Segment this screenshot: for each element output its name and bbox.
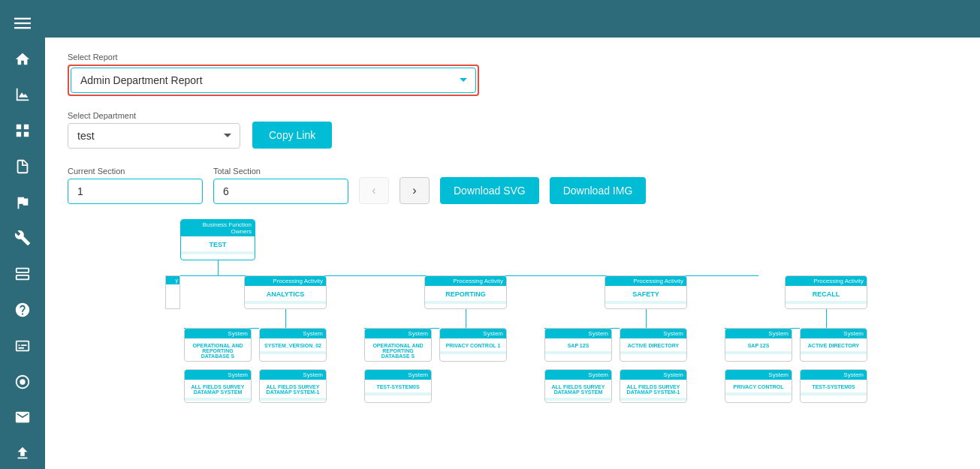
conn-pa2-sys	[466, 309, 466, 328]
current-section-label: Current Section	[68, 167, 203, 176]
sys2-6-title: PRIVACY CONTROL	[725, 380, 792, 392]
sys2-1-header: System	[185, 370, 251, 380]
sys2-7-title: TEST-SYSTEM0S	[801, 380, 867, 392]
pa-reporting-footer	[425, 301, 506, 304]
sys2-1-footer	[185, 398, 251, 401]
tools-icon[interactable]	[4, 223, 41, 254]
dept-copy-row: Select Department test Copy Link	[68, 111, 957, 149]
next-button[interactable]: ›	[400, 177, 430, 204]
mail-icon[interactable]	[4, 401, 41, 433]
sidebar	[0, 0, 45, 469]
sys2-card-2: System ALL FIELDS SURVEY DATAMAP SYSTEM-…	[259, 369, 327, 403]
sys2-card-6: System PRIVACY CONTROL	[725, 369, 792, 403]
flag-icon[interactable]	[4, 187, 41, 218]
sys-card-3: System OPERATIONAL AND REPORTING DATABAS…	[364, 328, 432, 362]
sys2-3-title: TEST-SYSTEM0S	[365, 380, 431, 392]
current-section-input[interactable]	[68, 179, 203, 204]
pa-safety-footer	[605, 301, 686, 304]
dept-dropdown[interactable]: test	[68, 123, 240, 149]
select-report-label: Select Report	[68, 53, 957, 62]
pa-card-safety: Processing Activity SAFETY	[605, 275, 687, 309]
copy-link-button[interactable]: Copy Link	[252, 122, 332, 149]
sys4-header: System	[440, 329, 506, 338]
total-section-input[interactable]	[213, 179, 348, 204]
sys6-title: ACTIVE DIRECTORY	[620, 338, 686, 351]
help-icon[interactable]	[4, 294, 41, 326]
pa-safety-header: Processing Activity	[605, 276, 686, 286]
sys8-title: ACTIVE DIRECTORY	[801, 338, 867, 351]
section-nav: Current Section Total Section ‹ › Downlo…	[68, 167, 957, 204]
sys-card-6: System ACTIVE DIRECTORY	[620, 328, 687, 362]
sys1-title: OPERATIONAL AND REPORTING DATABASE S	[185, 338, 251, 362]
sys7-footer	[725, 351, 792, 354]
sys6-header: System	[620, 329, 686, 338]
total-section-label: Total Section	[213, 167, 348, 176]
home-icon[interactable]	[4, 44, 41, 75]
sys2-card-1: System ALL FIELDS SURVEY DATAMAP SYSTEM	[184, 369, 252, 403]
sys-card-8: System ACTIVE DIRECTORY	[800, 328, 867, 362]
download-img-button[interactable]: Download IMG	[550, 177, 647, 204]
bfo-card-header: Business Function Owners	[181, 220, 255, 236]
grid-icon[interactable]	[4, 115, 41, 146]
left-partial-card: y	[165, 275, 180, 309]
diagram-inner: Business Function Owners TEST y Processi…	[68, 219, 894, 399]
pa-reporting-title: REPORTING	[425, 286, 506, 301]
chart-icon[interactable]	[4, 80, 41, 111]
news-icon[interactable]	[4, 330, 41, 362]
connector-v1	[218, 260, 219, 275]
sys1-header: System	[185, 329, 251, 338]
download-svg-button[interactable]: Download SVG	[440, 177, 539, 204]
prev-button[interactable]: ‹	[359, 177, 389, 204]
select-report-dropdown[interactable]: Admin Department Report	[71, 68, 476, 93]
pa-card-analytics: Processing Activity ANALYTICS	[244, 275, 327, 309]
document-icon[interactable]	[4, 151, 41, 182]
server-icon[interactable]	[4, 258, 41, 290]
sys2-6-header: System	[725, 370, 792, 380]
sys7-title: SAP 12S	[725, 338, 792, 351]
sys2-6-footer	[725, 392, 792, 395]
bfo-card-footer	[181, 251, 255, 254]
conn-pa3-sys	[646, 309, 647, 328]
pa-card-recall: Processing Activity RECALL	[785, 275, 867, 309]
content-area: Select Report Admin Department Report Se…	[45, 38, 980, 469]
sys5-footer	[545, 351, 611, 354]
sys-card-5: System SAP 12S	[544, 328, 612, 362]
sys5-title: SAP 12S	[545, 338, 611, 351]
sys2-5-title: ALL FIELDS SURVEY DATAMAP SYSTEM-1	[620, 380, 686, 398]
sys2-4-header: System	[545, 370, 611, 380]
current-section-field: Current Section	[68, 167, 203, 204]
diagram-area: Business Function Owners TEST y Processi…	[68, 219, 957, 414]
pa-recall-title: RECALL	[786, 286, 867, 301]
topbar	[45, 0, 980, 38]
sys-card-2: System SYSTEM_VERSION_02	[259, 328, 327, 362]
sys-card-1: System OPERATIONAL AND REPORTING DATABAS…	[184, 328, 252, 362]
svg-rect-1	[14, 23, 31, 24]
select-report-wrapper: Admin Department Report	[68, 65, 479, 96]
sys2-4-footer	[545, 398, 611, 401]
bfo-card-title: TEST	[181, 236, 255, 251]
sys2-header: System	[260, 329, 326, 338]
svg-point-3	[20, 379, 25, 384]
select-report-section: Select Report Admin Department Report	[68, 53, 957, 96]
sys8-header: System	[801, 329, 867, 338]
upload-icon[interactable]	[4, 437, 41, 469]
sys3-title: OPERATIONAL AND REPORTING DATABASE S	[365, 338, 431, 362]
sys7-header: System	[725, 329, 792, 338]
circle-icon[interactable]	[4, 366, 41, 398]
pa-recall-header: Processing Activity	[786, 276, 867, 286]
menu-icon[interactable]	[4, 8, 41, 39]
sys2-5-footer	[620, 398, 686, 401]
sys4-footer	[440, 351, 506, 354]
main-content: Select Report Admin Department Report Se…	[45, 0, 980, 469]
pa-reporting-header: Processing Activity	[425, 276, 506, 286]
sys2-card-5: System ALL FIELDS SURVEY DATAMAP SYSTEM-…	[620, 369, 687, 403]
sys2-card-7: System TEST-SYSTEM0S	[800, 369, 867, 403]
svg-rect-0	[14, 18, 31, 20]
sys2-1-title: ALL FIELDS SURVEY DATAMAP SYSTEM	[185, 380, 251, 398]
svg-rect-2	[14, 27, 31, 29]
sys2-footer	[260, 351, 326, 354]
pa-card-reporting: Processing Activity REPORTING	[424, 275, 507, 309]
sys2-card-3: System TEST-SYSTEM0S	[364, 369, 432, 403]
conn-pa4-sys	[826, 309, 827, 328]
sys2-7-footer	[801, 392, 867, 395]
